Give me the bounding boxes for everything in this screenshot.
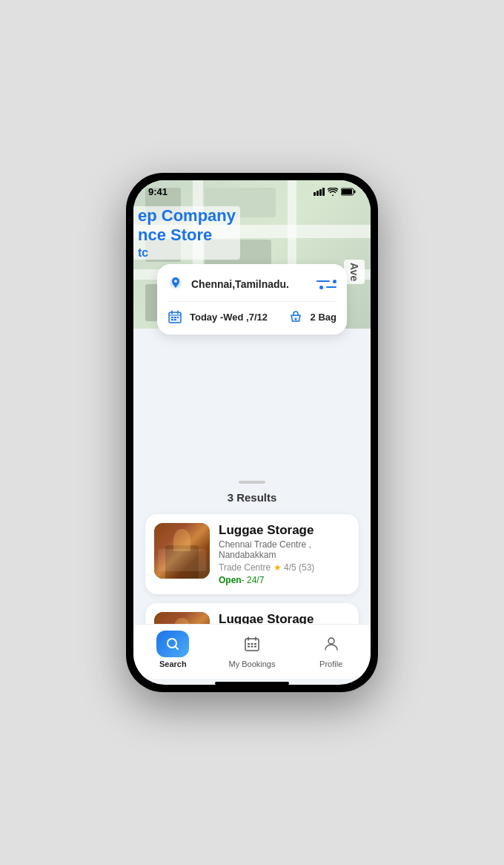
storage-card-0[interactable]: Luggae Storage Chennai Trade Centre , Na… [145,514,359,594]
bookings-nav-icon [243,635,261,653]
status-time: 9:41 [148,186,168,197]
location-pin-icon [168,276,184,292]
svg-rect-11 [171,319,173,320]
status-bar: 9:41 [133,180,371,200]
status-icons [314,188,356,196]
storage-image-0 [154,523,210,579]
svg-rect-24 [254,646,256,648]
results-count: 3 Results [145,491,359,504]
svg-point-13 [294,318,296,320]
bag-count: 2 Bag [311,312,336,323]
storage-address-0: Chennai Trade Centre , Nandabakkam [219,539,350,560]
location-row[interactable]: Chennai,Tamilnadu. [168,272,336,297]
svg-rect-9 [174,317,176,318]
map-ave-label: Ave [344,260,365,284]
svg-rect-2 [342,189,352,194]
search-nav-icon-container[interactable] [156,631,189,657]
storage-status-detail-0: - 24/7 [242,575,265,585]
bottom-sheet: 3 Results Luggae Storage Chennai Trade C… [133,473,371,624]
storage-info-1: Luggae Storage Chennai Anna Nagar ,VR Ma… [219,612,350,624]
profile-nav-icon [322,635,340,653]
map-line1: ep Company [138,206,236,226]
svg-rect-19 [248,643,250,645]
svg-rect-1 [354,191,356,194]
search-nav-icon [165,637,180,651]
phone-screen: 9:41 [133,180,371,685]
date-bag-row[interactable]: Today -Wed ,7/12 2 Bag [168,306,336,327]
svg-point-25 [328,638,334,644]
bag-icon [288,309,303,324]
filter-icon[interactable] [317,274,336,294]
profile-nav-label: Profile [319,660,342,668]
search-nav-label: Search [159,660,187,668]
rating-value-0: 4/5 [284,562,296,573]
review-count-0: (53) [299,562,314,573]
bookings-nav-label: My Bookings [229,660,276,668]
phone-frame: 9:41 [126,173,378,692]
search-card[interactable]: Chennai,Tamilnadu. [157,264,347,335]
nav-item-search[interactable]: Search [133,631,213,668]
calendar-icon [168,309,182,324]
profile-nav-icon-container[interactable] [315,631,348,657]
bottom-nav: Search My Bookings [133,624,371,679]
home-indicator [215,682,289,685]
date-text: Today -Wed ,7/12 [190,312,281,323]
star-icon-0: ★ [273,562,284,573]
svg-rect-22 [248,646,250,648]
svg-rect-20 [251,643,253,645]
nav-item-profile[interactable]: Profile [291,631,371,668]
svg-rect-23 [251,646,253,648]
svg-rect-10 [177,317,179,318]
storage-info-0: Luggae Storage Chennai Trade Centre , Na… [219,523,350,585]
storage-name-1: Luggae Storage [219,612,350,624]
svg-rect-21 [254,643,256,645]
bookings-nav-icon-container[interactable] [236,631,268,657]
svg-rect-12 [174,319,176,320]
search-card-divider [168,301,336,302]
storage-status-0: Open- 24/7 [219,575,350,585]
storage-name-0: Luggae Storage [219,523,350,538]
storage-card-1[interactable]: Luggae Storage Chennai Anna Nagar ,VR Ma… [145,603,359,624]
storage-rating-0: Trade Centre ★ 4/5 (53) [219,562,350,573]
wifi-icon [328,188,338,196]
map-text-overlay: ep Company nce Store tc [133,206,240,260]
battery-icon [341,188,356,196]
map-line2: nce Store [138,226,236,245]
location-text: Chennai,Tamilnadu. [191,278,310,290]
svg-line-15 [176,647,179,650]
signal-icon [314,188,325,196]
nav-item-bookings[interactable]: My Bookings [213,631,292,668]
drag-handle[interactable] [239,481,265,484]
storage-image-1 [154,612,210,624]
storage-type-0: Trade Centre [219,562,271,573]
map-line3: tc [138,246,236,260]
svg-rect-8 [171,317,173,318]
